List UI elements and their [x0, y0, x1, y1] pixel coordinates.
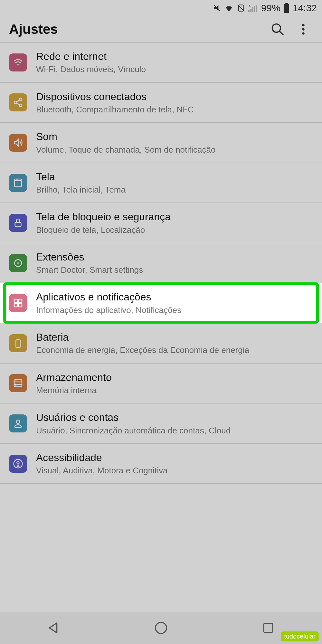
battery-icon [284, 3, 289, 13]
svg-rect-3 [248, 10, 250, 12]
back-button[interactable] [44, 618, 63, 638]
share-icon [9, 93, 27, 111]
wifi-icon [224, 4, 233, 13]
item-title: Aplicativos e notificações [36, 291, 181, 303]
svg-line-12 [279, 31, 284, 35]
item-subtitle: Informações do aplicativo, Notificações [36, 305, 181, 315]
triangle-back-icon [46, 620, 61, 635]
svg-rect-9 [285, 3, 288, 4]
settings-item[interactable]: TelaBrilho, Tela inicial, Tema [0, 163, 322, 203]
svg-point-16 [17, 65, 18, 66]
svg-point-45 [156, 622, 167, 634]
item-subtitle: Memória interna [36, 385, 112, 395]
item-text: BateriaEconomia de energia, Exceções da … [36, 331, 249, 355]
page-title: Ajustes [9, 22, 261, 37]
svg-rect-34 [17, 339, 19, 340]
search-icon [270, 22, 285, 36]
svg-point-15 [302, 32, 304, 34]
svg-point-17 [14, 101, 17, 104]
svg-point-44 [17, 461, 19, 462]
sound-icon [9, 134, 27, 152]
svg-point-18 [19, 98, 22, 101]
item-subtitle: Smart Doctor, Smart settings [36, 265, 143, 275]
search-button[interactable] [268, 20, 287, 39]
item-text: Dispositivos conectadosBluetooth, Compar… [36, 90, 194, 115]
settings-item[interactable]: Dispositivos conectadosBluetooth, Compar… [0, 83, 322, 123]
apps-icon [9, 294, 27, 312]
item-subtitle: Volume, Toque de chamada, Som de notific… [36, 145, 215, 155]
item-title: Rede e internet [36, 50, 146, 62]
svg-rect-31 [14, 304, 18, 307]
svg-point-13 [302, 24, 304, 26]
item-title: Acessibilidade [36, 451, 168, 464]
item-title: Dispositivos conectados [36, 90, 194, 103]
item-subtitle: Bluetooth, Compartilhamento de tela, NFC [36, 105, 194, 115]
item-subtitle: Bloqueio de tela, Localização [36, 225, 171, 235]
svg-rect-6 [254, 6, 255, 12]
item-text: TelaBrilho, Tela inicial, Tema [36, 171, 126, 195]
item-text: ArmazenamentoMemória interna [36, 371, 112, 396]
item-text: Aplicativos e notificaçõesInformações do… [36, 291, 181, 315]
battery-icon [9, 334, 27, 352]
svg-rect-10 [284, 4, 289, 13]
svg-point-40 [15, 385, 16, 386]
svg-text:x: x [249, 4, 251, 7]
home-button[interactable] [151, 618, 171, 638]
svg-rect-32 [18, 304, 22, 307]
accessibility-icon [9, 455, 27, 473]
svg-line-20 [16, 100, 19, 102]
svg-point-38 [15, 381, 16, 382]
gear-plus-icon [9, 254, 27, 272]
svg-rect-46 [264, 623, 273, 632]
wifi-icon [9, 53, 27, 71]
item-text: Usuários e contasUsuário, Sincronização … [36, 411, 231, 436]
item-subtitle: Brilho, Tela inicial, Tema [36, 185, 126, 195]
watermark: tudocelular [281, 631, 319, 641]
svg-rect-30 [18, 299, 22, 303]
item-title: Tela [36, 171, 126, 183]
battery-percent: 99% [261, 3, 280, 14]
svg-point-14 [302, 28, 304, 30]
item-text: Rede e internetWi-Fi, Dados móveis, Vínc… [36, 50, 146, 75]
settings-item[interactable]: Aplicativos e notificaçõesInformações do… [0, 283, 322, 323]
settings-item[interactable]: Usuários e contasUsuário, Sincronização … [0, 403, 322, 444]
square-recents-icon [261, 621, 275, 635]
signal-icon: x [248, 4, 258, 12]
settings-item[interactable]: Rede e internetWi-Fi, Dados móveis, Vínc… [0, 43, 322, 83]
item-text: ExtensõesSmart Doctor, Smart settings [36, 251, 143, 275]
svg-rect-5 [252, 7, 253, 12]
mute-icon [213, 4, 221, 12]
item-subtitle: Usuário, Sincronização automática de con… [36, 426, 231, 436]
no-sim-icon [237, 4, 245, 12]
settings-item[interactable]: ExtensõesSmart Doctor, Smart settings [0, 243, 322, 283]
svg-rect-4 [250, 9, 251, 12]
recents-button[interactable] [259, 618, 278, 638]
settings-item[interactable]: SomVolume, Toque de chamada, Som de noti… [0, 123, 322, 163]
svg-point-39 [15, 383, 16, 384]
user-icon [9, 414, 27, 432]
app-header: Ajustes [0, 16, 322, 43]
item-subtitle: Economia de energia, Exceções da Economi… [36, 345, 249, 355]
settings-item[interactable]: AcessibilidadeVisual, Auditiva, Motora e… [0, 444, 322, 484]
svg-rect-35 [14, 380, 22, 387]
item-subtitle: Wi-Fi, Dados móveis, Vínculo [36, 64, 146, 74]
navigation-bar [0, 612, 322, 644]
settings-item[interactable]: ArmazenamentoMemória interna [0, 364, 322, 404]
item-title: Som [36, 130, 215, 143]
svg-rect-7 [256, 5, 257, 12]
item-title: Extensões [36, 251, 143, 263]
item-text: Tela de bloqueio e segurançaBloqueio de … [36, 211, 171, 235]
display-icon [9, 174, 27, 192]
more-vert-icon [296, 22, 310, 36]
settings-item[interactable]: BateriaEconomia de energia, Exceções da … [0, 323, 322, 364]
item-text: SomVolume, Toque de chamada, Som de noti… [36, 130, 215, 155]
item-title: Tela de bloqueio e segurança [36, 211, 171, 223]
item-text: AcessibilidadeVisual, Auditiva, Motora e… [36, 451, 168, 476]
more-button[interactable] [294, 20, 313, 39]
circle-home-icon [154, 620, 168, 635]
svg-point-41 [16, 420, 20, 423]
svg-point-19 [19, 104, 22, 107]
svg-rect-29 [14, 299, 18, 303]
item-title: Armazenamento [36, 371, 112, 384]
settings-item[interactable]: Tela de bloqueio e segurançaBloqueio de … [0, 203, 322, 243]
